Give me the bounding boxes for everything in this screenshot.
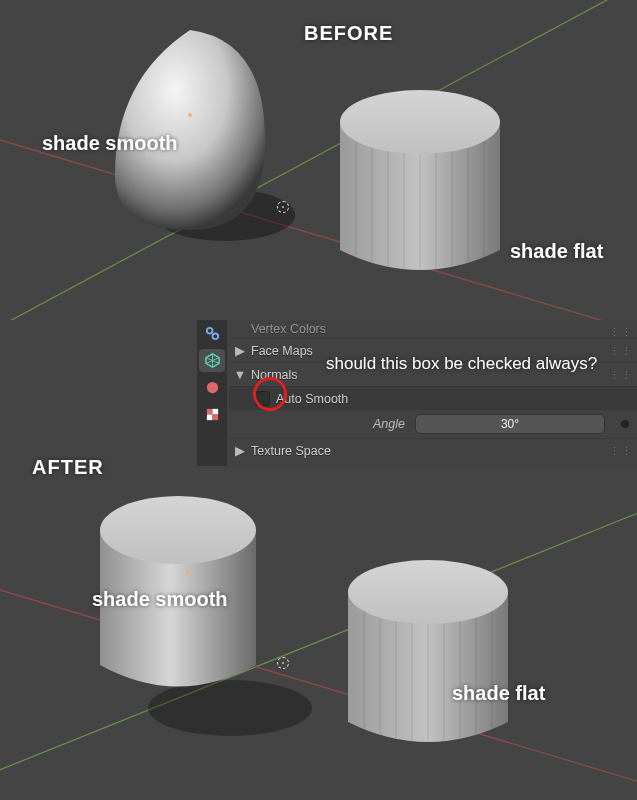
label-after: AFTER bbox=[32, 456, 104, 479]
viewport-before[interactable]: BEFORE shade smooth shade flat bbox=[0, 0, 637, 320]
object-origin-icon bbox=[185, 570, 189, 574]
label-shade-smooth-top: shade smooth bbox=[42, 132, 178, 155]
svg-point-27 bbox=[100, 496, 256, 564]
label-shade-flat-bottom: shade flat bbox=[452, 682, 545, 705]
label-shade-smooth-bottom: shade smooth bbox=[92, 588, 228, 611]
svg-line-0 bbox=[0, 0, 637, 320]
viewport-after[interactable]: AFTER shade smooth shade flat bbox=[0, 320, 637, 800]
object-origin-icon bbox=[188, 113, 192, 117]
cursor-3d-icon bbox=[274, 654, 292, 672]
svg-line-24 bbox=[0, 488, 637, 800]
svg-point-12 bbox=[340, 90, 500, 154]
svg-point-37 bbox=[348, 560, 508, 624]
label-before: BEFORE bbox=[304, 22, 393, 45]
label-shade-flat-top: shade flat bbox=[510, 240, 603, 263]
svg-point-26 bbox=[148, 680, 312, 736]
cursor-3d-icon bbox=[274, 198, 292, 216]
